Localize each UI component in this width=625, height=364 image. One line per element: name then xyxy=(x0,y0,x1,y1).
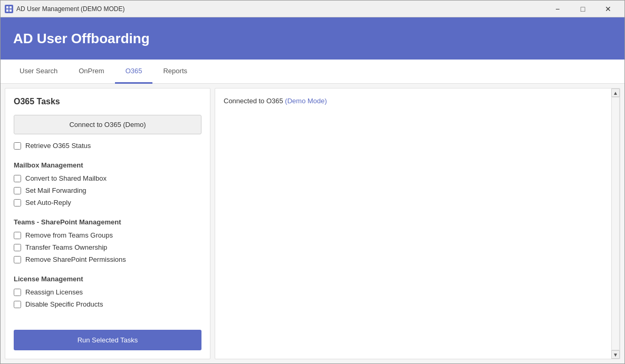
title-bar: AD User Management (DEMO MODE) − □ ✕ xyxy=(1,1,624,17)
connect-o365-button[interactable]: Connect to O365 (Demo) xyxy=(14,115,201,134)
main-content: O365 Tasks Connect to O365 (Demo) Retrie… xyxy=(1,84,624,363)
scroll-down-button[interactable]: ▼ xyxy=(611,350,620,359)
set-autoreply-label: Set Auto-Reply xyxy=(25,199,71,206)
disable-products-label: Disable Specific Products xyxy=(25,300,103,308)
panel-title: O365 Tasks xyxy=(14,97,201,106)
svg-rect-2 xyxy=(6,9,8,12)
tab-o365[interactable]: O365 xyxy=(115,60,153,84)
run-selected-tasks-button[interactable]: Run Selected Tasks xyxy=(14,330,201,350)
demo-mode-badge: (Demo Mode) xyxy=(285,97,326,105)
status-text: Connected to O365 xyxy=(224,97,285,105)
remove-sharepoint-item: Remove SharePoint Permissions xyxy=(14,255,201,263)
set-forwarding-label: Set Mail Forwarding xyxy=(25,186,86,194)
svg-rect-0 xyxy=(6,6,8,8)
right-panel: Connected to O365 (Demo Mode) ▲ ▼ xyxy=(215,88,620,359)
nav-tabs: User Search OnPrem O365 Reports xyxy=(1,60,624,84)
teams-section-label: Teams - SharePoint Management xyxy=(14,218,201,226)
scrollbar-track xyxy=(611,97,620,350)
set-autoreply-item: Set Auto-Reply xyxy=(14,199,201,206)
minimize-button[interactable]: − xyxy=(545,1,570,17)
transfer-teams-item: Transfer Teams Ownership xyxy=(14,243,201,251)
retrieve-status-label: Retrieve O365 Status xyxy=(25,142,91,150)
remove-sharepoint-label: Remove SharePoint Permissions xyxy=(25,255,126,263)
transfer-teams-checkbox[interactable] xyxy=(14,244,21,251)
set-autoreply-checkbox[interactable] xyxy=(14,199,21,206)
app-title: AD User Offboarding xyxy=(13,31,150,47)
disable-products-item: Disable Specific Products xyxy=(14,300,201,308)
retrieve-status-item: Retrieve O365 Status xyxy=(14,142,201,150)
app-header: AD User Offboarding xyxy=(1,17,624,60)
left-panel: O365 Tasks Connect to O365 (Demo) Retrie… xyxy=(5,88,210,359)
mailbox-section-label: Mailbox Management xyxy=(14,161,201,169)
transfer-teams-label: Transfer Teams Ownership xyxy=(25,243,107,251)
tab-user-search[interactable]: User Search xyxy=(9,60,68,84)
license-section-label: License Management xyxy=(14,275,201,283)
remove-teams-label: Remove from Teams Groups xyxy=(25,231,113,239)
reassign-licenses-item: Reassign Licenses xyxy=(14,288,201,296)
right-panel-content: Connected to O365 (Demo Mode) xyxy=(215,88,620,113)
svg-rect-3 xyxy=(9,9,12,12)
disable-products-checkbox[interactable] xyxy=(14,301,21,308)
remove-sharepoint-checkbox[interactable] xyxy=(14,256,21,263)
tab-onprem[interactable]: OnPrem xyxy=(68,60,114,84)
close-button[interactable]: ✕ xyxy=(596,1,620,17)
remove-teams-checkbox[interactable] xyxy=(14,232,21,239)
convert-shared-item: Convert to Shared Mailbox xyxy=(14,174,201,182)
reassign-licenses-checkbox[interactable] xyxy=(14,289,21,296)
reassign-licenses-label: Reassign Licenses xyxy=(25,288,83,296)
convert-shared-label: Convert to Shared Mailbox xyxy=(25,174,107,182)
window-title: AD User Management (DEMO MODE) xyxy=(16,5,545,13)
set-forwarding-checkbox[interactable] xyxy=(14,187,21,194)
tab-reports[interactable]: Reports xyxy=(152,60,198,84)
app-icon xyxy=(5,5,13,13)
maximize-button[interactable]: □ xyxy=(571,1,595,17)
remove-teams-item: Remove from Teams Groups xyxy=(14,231,201,239)
retrieve-status-checkbox[interactable] xyxy=(14,142,21,150)
set-forwarding-item: Set Mail Forwarding xyxy=(14,186,201,194)
convert-shared-checkbox[interactable] xyxy=(14,175,21,182)
window-controls: − □ ✕ xyxy=(545,1,620,17)
main-window: AD User Management (DEMO MODE) − □ ✕ AD … xyxy=(0,0,625,364)
scroll-up-button[interactable]: ▲ xyxy=(611,88,620,97)
svg-rect-1 xyxy=(9,6,12,8)
